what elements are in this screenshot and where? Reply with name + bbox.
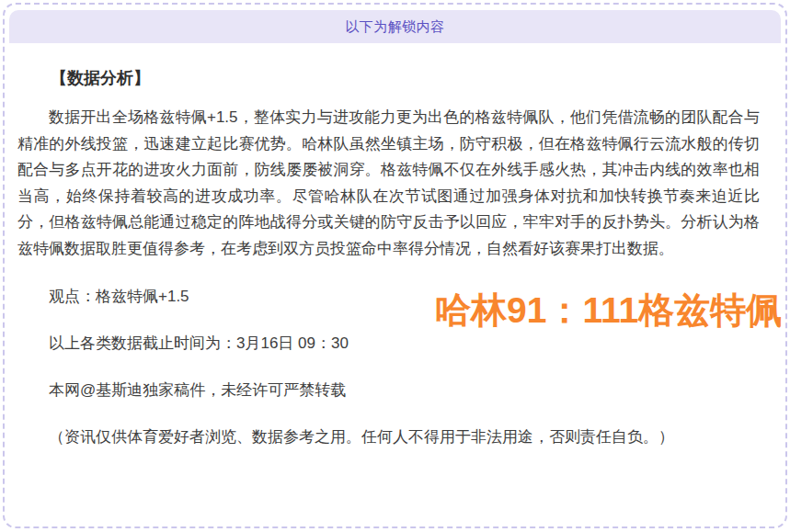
unlock-banner: 以下为解锁内容 <box>9 10 781 43</box>
score-watermark: 哈林91：111格兹特佩 <box>435 292 782 328</box>
article-panel: 以下为解锁内容 【数据分析】 数据开出全场格兹特佩+1.5，整体实力与进攻能力更… <box>0 0 790 532</box>
copyright-line: 本网@基斯迪独家稿件，未经许可严禁转载 <box>17 378 760 403</box>
unlock-banner-label: 以下为解锁内容 <box>345 18 445 36</box>
section-title: 【数据分析】 <box>17 67 760 90</box>
article-content: 【数据分析】 数据开出全场格兹特佩+1.5，整体实力与进攻能力更为出色的格兹特佩… <box>5 67 785 450</box>
analysis-paragraph: 数据开出全场格兹特佩+1.5，整体实力与进攻能力更为出色的格兹特佩队，他们凭借流… <box>17 105 760 263</box>
disclaimer-line: （资讯仅供体育爱好者浏览、数据参考之用。任何人不得用于非法用途，否则责任自负。） <box>17 424 760 450</box>
dashed-frame: 以下为解锁内容 【数据分析】 数据开出全场格兹特佩+1.5，整体实力与进攻能力更… <box>3 3 787 528</box>
deadline-line: 以上各类数据截止时间为：3月16日 09：30 <box>17 331 760 357</box>
